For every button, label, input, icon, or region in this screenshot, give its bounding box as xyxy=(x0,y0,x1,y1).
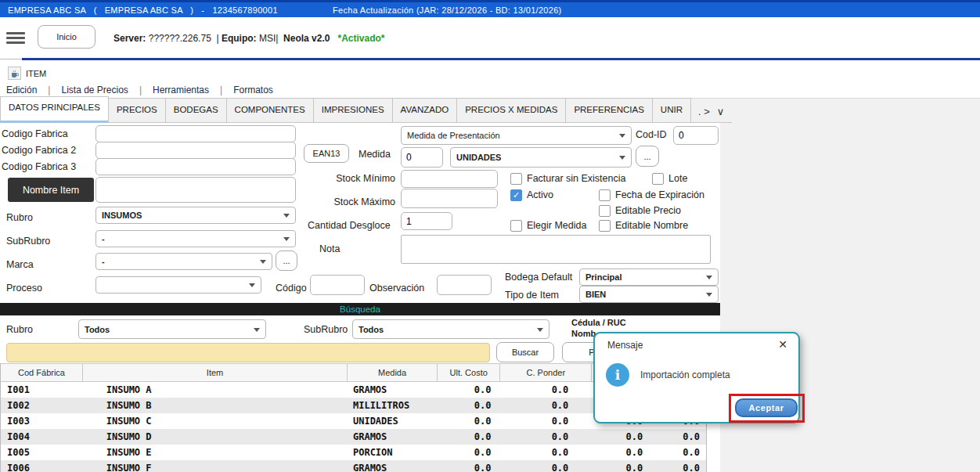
nota-textarea[interactable] xyxy=(401,235,711,264)
tab-precios[interactable]: PRECIOS xyxy=(108,98,166,123)
menu-item-edicion[interactable]: Edición xyxy=(6,85,37,95)
cell-item: INSUMO D xyxy=(83,431,348,442)
rubro-select[interactable]: INSUMOS xyxy=(95,207,296,224)
search-subrubro-value: Todos xyxy=(358,325,384,334)
tipo-de-item-value: BIEN xyxy=(585,290,606,299)
nombre-item-input[interactable] xyxy=(95,177,296,203)
cantidad-desgloce-input[interactable] xyxy=(401,212,452,230)
search-rubro-value: Todos xyxy=(85,325,110,334)
elegir-medida-checkbox[interactable] xyxy=(510,220,522,232)
bodega-default-select[interactable]: Principal xyxy=(579,268,719,286)
dialog-message: Importación completa xyxy=(640,369,730,380)
tab-impresiones[interactable]: IMPRESIONES xyxy=(313,98,393,123)
column-header-cod-fabrica: Cod Fábrica xyxy=(1,364,82,381)
cell-medida: PORCION xyxy=(348,447,438,458)
tab-unir[interactable]: UNIR xyxy=(652,98,691,123)
medida-label: Medida xyxy=(358,149,391,160)
table-row[interactable]: I005INSUMO EPORCION0.00.00.00.0 xyxy=(0,445,707,460)
marca-select[interactable]: - xyxy=(95,253,272,270)
tab-scroll-icon[interactable]: . > xyxy=(698,106,710,117)
stock-maximo-input[interactable] xyxy=(401,189,498,208)
search-input[interactable] xyxy=(6,343,490,362)
nombre-item-label: Nombre Item xyxy=(8,178,94,202)
tipo-de-item-select[interactable]: BIEN xyxy=(579,286,719,303)
cell-cod: I006 xyxy=(1,463,83,472)
codigo-input[interactable] xyxy=(310,275,365,295)
close-icon[interactable]: ✕ xyxy=(778,338,787,351)
column-header-ult-costo: Ult. Costo xyxy=(437,364,499,381)
search-rubro-select[interactable]: Todos xyxy=(78,319,266,339)
cell-7: 0.0 xyxy=(649,463,706,472)
aceptar-button[interactable]: Aceptar xyxy=(735,398,798,417)
cell-medida: MILILITROS xyxy=(348,400,438,411)
titlebar-company: EMPRESA ABC SA ( EMPRESA ABC SA ) - 1234… xyxy=(8,5,278,15)
subrubro-select[interactable]: - xyxy=(95,230,296,247)
menu-bar: Edición | Lista de Precios | Herramienta… xyxy=(6,83,273,97)
cell-cod: I001 xyxy=(1,384,83,395)
lote-checkbox[interactable] xyxy=(652,173,664,185)
tipo-de-item-label: Tipo de Item xyxy=(505,290,559,301)
cell-ult-costo: 0.0 xyxy=(438,400,501,411)
medida-qty-input[interactable] xyxy=(401,147,443,168)
table-row[interactable]: I004INSUMO DGRAMOS0.00.00.00.0 xyxy=(0,429,707,445)
search-rubro-label: Rubro xyxy=(6,324,33,335)
ean13-button[interactable]: EAN13 xyxy=(304,144,349,163)
cell-medida: GRAMOS xyxy=(348,463,438,472)
cell-6: 0.0 xyxy=(592,431,649,442)
elegir-medida-label: Elegir Medida xyxy=(527,220,586,231)
codigo-fabrica2-input[interactable] xyxy=(95,142,296,159)
marca-more-button[interactable]: ... xyxy=(276,250,297,271)
menu-item-formatos[interactable]: Formatos xyxy=(233,85,273,95)
server-label: Server: xyxy=(113,33,146,44)
inicio-button[interactable]: Inicio xyxy=(38,25,95,49)
cell-ult-costo: 0.0 xyxy=(438,416,501,427)
menu-item-lista-de-precios[interactable]: Lista de Precios xyxy=(61,85,128,95)
menu-separator: | xyxy=(220,85,222,95)
codigo-fabrica3-input[interactable] xyxy=(95,158,296,175)
check-icon: ✓ xyxy=(513,190,520,200)
activo-checkbox[interactable]: ✓ xyxy=(510,189,522,201)
proceso-label: Proceso xyxy=(6,283,42,294)
tab-overflow-icon[interactable]: ∨ xyxy=(717,106,725,117)
search-subrubro-select[interactable]: Todos xyxy=(352,319,549,339)
cantidad-desgloce-label: Cantidad Desgloce xyxy=(308,220,391,231)
tab-componentes[interactable]: COMPONENTES xyxy=(226,98,314,123)
observacion-label: Observación xyxy=(369,283,424,294)
cell-medida: UNIDADES xyxy=(348,416,438,427)
tab-avanzado[interactable]: AVANZADO xyxy=(392,98,458,123)
tab-datos-principales[interactable]: DATOS PRINCIPALES xyxy=(0,96,109,123)
buscar-button[interactable]: Buscar xyxy=(496,342,554,362)
lote-label: Lote xyxy=(668,173,687,184)
stock-maximo-label: Stock Máximo xyxy=(313,196,395,207)
column-header-c-ponder: C. Ponder xyxy=(499,364,591,381)
editable-precio-checkbox[interactable] xyxy=(599,205,611,217)
medida-presentacion-select[interactable]: Medida de Presentación xyxy=(401,126,632,145)
tab-bodegas[interactable]: BODEGAS xyxy=(165,98,227,123)
medida-unidad-select[interactable]: UNIDADES xyxy=(450,147,632,168)
table-row[interactable]: I006INSUMO FGRAMOS0.00.00.00.0 xyxy=(0,460,707,472)
fecha-expiracion-label: Fecha de Expiración xyxy=(615,189,704,200)
equipo-value: MSI xyxy=(259,33,276,44)
stock-minimo-input[interactable] xyxy=(401,170,498,188)
rubro-value: INSUMOS xyxy=(102,211,142,220)
fecha-expiracion-checkbox[interactable] xyxy=(599,189,611,201)
menu-separator: | xyxy=(139,85,142,95)
facturar-sin-existencia-checkbox[interactable] xyxy=(510,173,522,185)
editable-nombre-checkbox[interactable] xyxy=(599,220,611,232)
cod-id-input[interactable] xyxy=(673,126,719,145)
cell-cod: I002 xyxy=(1,400,83,411)
cell-item: INSUMO E xyxy=(83,447,348,458)
tab-precios-x-medidas[interactable]: PRECIOS X MEDIDAS xyxy=(456,98,566,123)
medida-more-button[interactable]: ... xyxy=(636,146,659,167)
proceso-select[interactable] xyxy=(95,276,261,294)
observacion-input[interactable] xyxy=(437,275,492,295)
nota-label: Nota xyxy=(319,243,340,254)
tab-preferencias[interactable]: PREFERENCIAS xyxy=(565,98,652,123)
codigo-fabrica-label: Codigo Fabrica xyxy=(2,128,68,139)
tab-bar: DATOS PRINCIPALES PRECIOS BODEGAS COMPON… xyxy=(0,99,724,123)
nombre-search-label: Nomb xyxy=(571,329,596,338)
hamburger-menu-icon[interactable] xyxy=(6,32,25,45)
codigo-fabrica-input[interactable] xyxy=(95,125,296,142)
menu-item-herramientas[interactable]: Herramientas xyxy=(153,85,209,95)
divider xyxy=(0,59,22,59)
